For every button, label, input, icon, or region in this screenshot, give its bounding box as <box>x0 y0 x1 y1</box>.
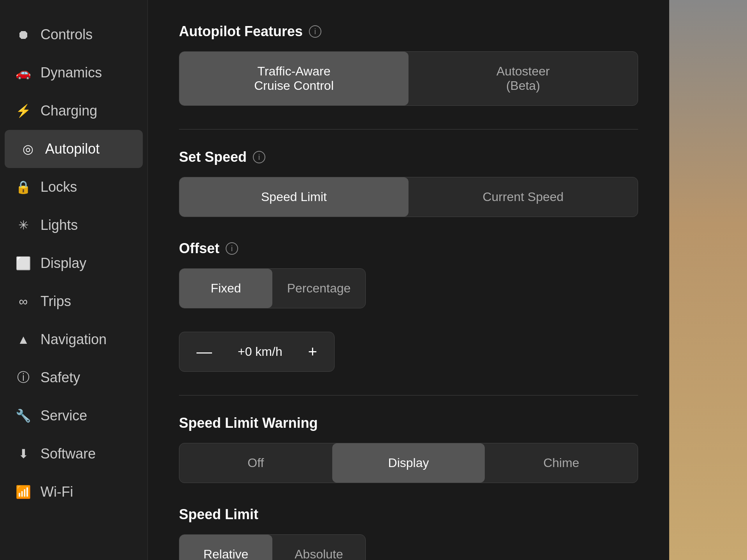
locks-icon: 🔒 <box>16 179 31 195</box>
autopilot-features-group-option-traffic-cruise[interactable]: Traffic-Aware Cruise Control <box>179 52 409 105</box>
speed-limit-header: Speed Limit <box>179 506 638 523</box>
charging-icon: ⚡ <box>16 103 31 119</box>
speed-limit-warning-group-option-display[interactable]: Display <box>332 443 485 483</box>
speed-limit-warning-button-group: OffDisplayChime <box>179 443 638 483</box>
controls-icon: ⏺ <box>16 27 31 42</box>
set-speed-header: Set Speed i <box>179 149 638 165</box>
speed-value-display: +0 km/h <box>229 345 291 359</box>
sidebar-label-safety: Safety <box>40 369 80 386</box>
sidebar-label-trips: Trips <box>40 293 71 310</box>
autopilot-features-button-group: Traffic-Aware Cruise ControlAutosteer (B… <box>179 51 638 106</box>
speed-increase-button[interactable]: + <box>291 332 334 371</box>
divider-2 <box>179 395 638 396</box>
speed-adjuster: — +0 km/h + <box>179 332 335 372</box>
autopilot-features-title: Autopilot Features <box>179 23 303 40</box>
sidebar-item-charging[interactable]: ⚡Charging <box>0 92 147 130</box>
sidebar-label-charging: Charging <box>40 103 97 119</box>
sidebar-item-dynamics[interactable]: 🚗Dynamics <box>0 54 147 92</box>
dynamics-icon: 🚗 <box>16 65 31 80</box>
set-speed-title: Set Speed <box>179 149 247 165</box>
sidebar-label-navigation: Navigation <box>40 331 107 348</box>
speed-limit-button-group: RelativeAbsolute <box>179 534 366 560</box>
sidebar-item-service[interactable]: 🔧Service <box>0 397 147 435</box>
sidebar-label-wifi: Wi-Fi <box>40 484 73 500</box>
set-speed-group-option-current-speed[interactable]: Current Speed <box>409 177 638 217</box>
sidebar-label-autopilot: Autopilot <box>45 141 100 157</box>
main-content: Autopilot Features i Traffic-Aware Cruis… <box>148 0 669 560</box>
software-icon: ⬇ <box>16 446 31 462</box>
divider-1 <box>179 129 638 130</box>
sidebar: ⏺Controls🚗Dynamics⚡Charging◎Autopilot🔒Lo… <box>0 0 148 560</box>
speed-limit-warning-section: Speed Limit Warning OffDisplayChime <box>179 415 638 483</box>
trips-icon: ∞ <box>16 294 31 309</box>
set-speed-section: Set Speed i Speed LimitCurrent Speed <box>179 149 638 217</box>
wifi-icon: 📶 <box>16 484 31 500</box>
offset-button-group: FixedPercentage <box>179 268 366 308</box>
sidebar-item-software[interactable]: ⬇Software <box>0 435 147 473</box>
offset-section: Offset i FixedPercentage <box>179 240 638 308</box>
autopilot-features-header: Autopilot Features i <box>179 23 638 40</box>
sidebar-item-trips[interactable]: ∞Trips <box>0 282 147 320</box>
service-icon: 🔧 <box>16 408 31 424</box>
autopilot-features-info-icon[interactable]: i <box>309 25 321 38</box>
sidebar-item-locks[interactable]: 🔒Locks <box>0 168 147 206</box>
speed-adjuster-section: — +0 km/h + <box>179 332 638 372</box>
speed-limit-group-option-absolute[interactable]: Absolute <box>272 535 365 560</box>
sidebar-label-lights: Lights <box>40 217 78 233</box>
set-speed-group-option-speed-limit[interactable]: Speed Limit <box>179 177 409 217</box>
set-speed-button-group: Speed LimitCurrent Speed <box>179 177 638 217</box>
sidebar-label-locks: Locks <box>40 179 77 195</box>
sidebar-item-safety[interactable]: ⓘSafety <box>0 359 147 397</box>
offset-title: Offset <box>179 240 219 257</box>
speed-limit-group-option-relative[interactable]: Relative <box>179 535 272 560</box>
autopilot-features-section: Autopilot Features i Traffic-Aware Cruis… <box>179 23 638 106</box>
safety-icon: ⓘ <box>16 370 31 385</box>
speed-limit-warning-group-option-chime[interactable]: Chime <box>485 443 638 483</box>
sidebar-item-autopilot[interactable]: ◎Autopilot <box>5 130 143 168</box>
autopilot-icon: ◎ <box>20 141 36 157</box>
offset-group-option-fixed[interactable]: Fixed <box>179 269 272 308</box>
speed-limit-warning-title: Speed Limit Warning <box>179 415 318 431</box>
offset-info-icon[interactable]: i <box>226 242 238 255</box>
speed-limit-warning-group-option-off[interactable]: Off <box>179 443 332 483</box>
sidebar-item-lights[interactable]: ✳Lights <box>0 206 147 244</box>
sidebar-item-wifi[interactable]: 📶Wi-Fi <box>0 473 147 511</box>
lights-icon: ✳ <box>16 217 31 233</box>
right-panel-scenery <box>669 0 747 560</box>
sidebar-item-display[interactable]: ⬜Display <box>0 244 147 282</box>
sidebar-label-dynamics: Dynamics <box>40 65 102 81</box>
set-speed-info-icon[interactable]: i <box>253 151 265 163</box>
sidebar-item-controls[interactable]: ⏺Controls <box>0 16 147 54</box>
sidebar-label-service: Service <box>40 408 87 424</box>
offset-group-option-percentage[interactable]: Percentage <box>272 269 365 308</box>
sidebar-label-software: Software <box>40 446 96 462</box>
display-icon: ⬜ <box>16 256 31 271</box>
speed-limit-warning-header: Speed Limit Warning <box>179 415 638 431</box>
sidebar-item-navigation[interactable]: ▲Navigation <box>0 320 147 359</box>
navigation-icon: ▲ <box>16 332 31 347</box>
speed-limit-title: Speed Limit <box>179 506 258 523</box>
sidebar-label-controls: Controls <box>40 26 93 43</box>
offset-header: Offset i <box>179 240 638 257</box>
sidebar-label-display: Display <box>40 255 86 271</box>
autopilot-features-group-option-autosteer[interactable]: Autosteer (Beta) <box>409 52 638 105</box>
speed-decrease-button[interactable]: — <box>179 332 229 371</box>
speed-limit-section: Speed Limit RelativeAbsolute <box>179 506 638 560</box>
